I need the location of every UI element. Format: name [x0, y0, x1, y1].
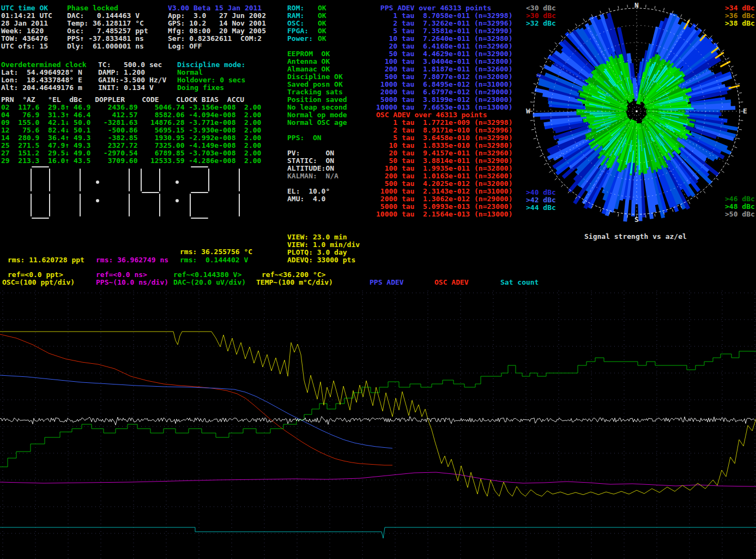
rms-temp: rms: 36.255756 °C	[180, 248, 252, 256]
power-ok: OK	[318, 35, 326, 43]
pps-adev-tau-500: 500 tau 7.8077e-012 (n=32000)	[376, 73, 512, 81]
rms-dac: rms: 0.144402 V	[180, 256, 248, 264]
tracking-status: Tracking sats	[287, 88, 343, 96]
pps-adev-tau-50: 50 tau 4.4629e-011 (n=32900)	[376, 50, 512, 58]
osc-value: Osc: 7.485257 ppt	[67, 27, 148, 35]
compass-e: E	[743, 107, 747, 115]
sat-row-12: 12 75.6 82.4↓ 50.1 -500.86 5695.15 -3.93…	[1, 127, 261, 134]
rom-ok: OK	[318, 4, 326, 12]
rms-pps: rms: 36.962749 ns	[96, 256, 168, 264]
scale-osc: OSC=(100 ppt/div)	[2, 279, 75, 286]
leap-status: No leap second	[287, 104, 347, 111]
osc-adev-tau-1: 1 tau 1.7721e-009 (n=32998)	[376, 119, 512, 127]
sat-row-25: 25 271.5 47.9↑ 49.3 2327.72 7325.00 -4.1…	[1, 142, 261, 149]
clock-digit-0	[31, 167, 50, 218]
osc-adev-tau-5000: 5000 tau 5.0993e-013 (n=23000)	[376, 203, 512, 211]
osc-label: OSC:	[287, 20, 304, 27]
mfg-date: Mfg: 08:00 20 May 2005	[168, 27, 266, 35]
fpga-ok: OK	[318, 27, 326, 35]
utc-status: UTC time OK	[1, 4, 48, 12]
alt: Alt: 204.46449176 m	[1, 84, 82, 92]
ram-ok: OK	[318, 12, 326, 20]
sat-row-09: 09 155.0 42.1↓ 50.0 -3281.63 14876.28 -3…	[1, 119, 261, 127]
discipline-status: Discipline OK	[287, 73, 343, 81]
kalman-mode: KALMAN: N/A	[287, 172, 338, 180]
dly-value: Dly: 61.000001 ns	[67, 43, 144, 50]
series-pps-ns	[0, 334, 392, 465]
osc-adev-tau-20: 20 tau 9.4157e-011 (n=32960)	[376, 149, 512, 157]
damp-value: DAMP: 1.200	[98, 69, 145, 76]
position-saved: Position saved	[287, 96, 347, 104]
osc-adev-tau-500: 500 tau 4.2025e-012 (n=32000)	[376, 180, 512, 188]
pps-adev-tau-10: 10 tau 7.2640e-011 (n=32980)	[376, 35, 512, 43]
sat-row-14: 14 280.9 36.4↑ 49.3 -382.85 1930.95 -2.9…	[1, 134, 261, 142]
compass-s: S	[634, 215, 639, 224]
heather-screen: UTC time OK01:14:21 UTC28 Jan 2011Week: …	[0, 0, 756, 559]
skyplot-heatmap	[533, 13, 740, 221]
gain-value: GAIN:-3.500 Hz/V	[98, 76, 166, 84]
rms-osc: rms: 11.620728 ppt	[8, 256, 84, 264]
lat: Lat: 54.4964928° N	[1, 69, 82, 76]
plotq: PLOTQ: 3.0 day	[287, 249, 347, 256]
rom-label: ROM:	[287, 4, 304, 12]
scale-pps: PPS~(10.0 ns/div)	[96, 279, 168, 286]
temp-value: Temp: 36.128117 °C	[67, 20, 144, 27]
clock-colon-dot	[176, 181, 179, 184]
osc-adev-header: OSC ADEV over 46313 points	[376, 111, 487, 119]
skyplot-caption: Signal strength vs az/el	[584, 233, 687, 241]
series-osc-ppt	[0, 332, 756, 496]
osc-adev-tau-10: 10 tau 1.8335e-010 (n=32980)	[376, 142, 512, 149]
amu-mask: AMU: 4.0	[287, 195, 325, 203]
osc-adev-tau-5: 5 tau 3.6458e-010 (n=32990)	[376, 134, 512, 142]
log-status: Log: OFF	[168, 43, 202, 50]
pps-adev-tau-10000: 10000 tau 7.6653e-013 (n=13000)	[376, 104, 512, 111]
history-plot	[0, 291, 756, 559]
scale-dac: DAC~(20.0 uV/div)	[173, 279, 246, 286]
signal-skyplot: NESW	[522, 0, 756, 231]
tc-value: TC: 500.0 sec	[98, 61, 162, 69]
osc-adev-tau-200: 200 tau 1.0163e-011 (n=32600)	[376, 172, 512, 180]
pv-mode: PV: ON	[287, 149, 334, 157]
serial: Ser: 0.82362611 COM:2	[168, 35, 262, 43]
plot-grid	[0, 291, 756, 559]
adevq: ADEVQ: 33000 pts	[287, 256, 355, 264]
static-mode: STATIC: ON	[287, 157, 334, 165]
gps-week: Week: 1620	[1, 27, 44, 35]
clock-colon-dot	[176, 199, 179, 202]
ref-dac: ref~<0.144380 V>	[173, 271, 241, 279]
gps-version: GPS: 10.2 14 Nov 2001	[168, 20, 266, 27]
pps-value: PPS↑ -37.833481 ns	[67, 35, 144, 43]
view-span: VIEW: 23.0 min	[287, 233, 347, 241]
app-version: App: 3.0 27 Jun 2002	[168, 12, 266, 20]
legend-sat-count: Sat count	[500, 279, 539, 286]
osc-ok: OK	[318, 20, 326, 27]
utc-time: 01:14:21 UTC	[1, 12, 52, 20]
dac-value: DAC: 0.144463 V	[67, 12, 140, 20]
discipline-mode-label: Discipline mode:	[177, 61, 245, 69]
discipline-mode: Normal	[177, 69, 203, 76]
antenna-status: Antenna OK	[287, 58, 330, 65]
sat-row-02: 02 117.6 29.8↑ 46.9 2436.89 5046.74 -3.1…	[1, 104, 261, 111]
saved-posn-status: Saved posn OK	[287, 81, 343, 88]
pps-adev-tau-5: 5 tau 7.3581e-011 (n=32990)	[376, 27, 512, 35]
init-value: INIT: 0.134 V	[98, 84, 154, 92]
pps-adev-tau-2: 2 tau 7.3262e-011 (n=32996)	[376, 20, 512, 27]
lon: Lon: 18.4337848° E	[1, 76, 82, 84]
tow: TOW: 436476	[1, 35, 48, 43]
clock-mode: Overdetermined clock	[1, 61, 87, 69]
osc-adev-tau-2000: 2000 tau 1.3062e-012 (n=29000)	[376, 195, 512, 203]
sat-row-04: 04 76.9 31.3↑ 46.4 412.57 8582.06 -4.094…	[1, 111, 261, 119]
clock-digit-2	[190, 167, 209, 218]
osc-adev-tau-50: 50 tau 3.8814e-011 (n=32900)	[376, 157, 512, 165]
legend-osc-adev: OSC ADEV	[434, 279, 469, 286]
ram-label: RAM:	[287, 12, 304, 20]
almanac-status: Almanac OK	[287, 65, 330, 73]
big-digital-clock	[14, 164, 253, 224]
osc-age: Normal OSC age	[287, 119, 347, 127]
legend-pps-adev: PPS ADEV	[370, 279, 404, 286]
phase-status: Phase locked	[67, 4, 118, 12]
pps-adev-tau-100: 100 tau 3.0404e-011 (n=32800)	[376, 58, 512, 65]
ref-temp: ref~<36.200 °C>	[262, 271, 325, 279]
series-osc-adev-trace	[0, 527, 756, 538]
clock-colon-dot	[96, 181, 99, 184]
